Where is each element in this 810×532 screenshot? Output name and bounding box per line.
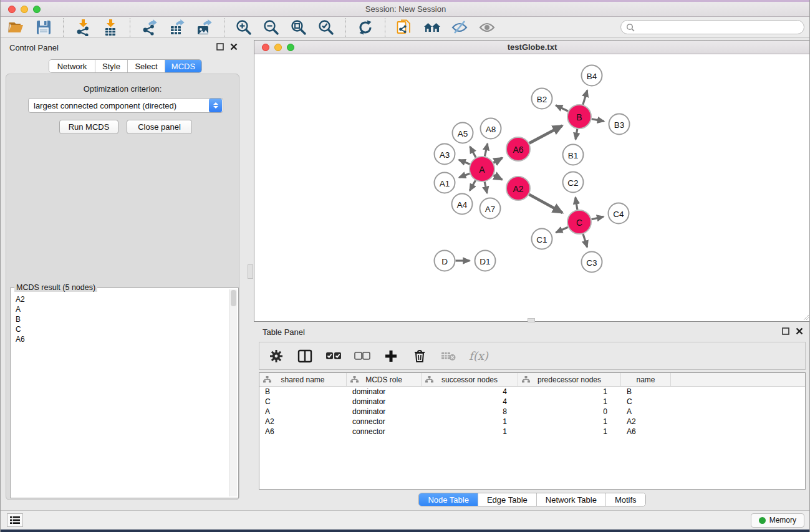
- criterion-dropdown[interactable]: largest connected component (directed): [28, 98, 223, 113]
- import-table-icon[interactable]: [101, 18, 120, 37]
- table-settings-gear-icon[interactable]: [268, 348, 284, 364]
- zoom-out-icon[interactable]: [262, 18, 281, 37]
- tab-select[interactable]: Select: [128, 60, 165, 72]
- edge-C-C3[interactable]: [583, 234, 587, 247]
- table-panel-title: Table Panel: [263, 327, 305, 337]
- column-header-predecessor-nodes[interactable]: predecessor nodes: [518, 373, 621, 386]
- search-input[interactable]: [638, 23, 799, 32]
- node-label-A7: A7: [485, 205, 496, 214]
- edge-B-B2[interactable]: [556, 105, 568, 112]
- import-network-icon[interactable]: [74, 18, 92, 37]
- edge-A-A8[interactable]: [485, 143, 487, 156]
- column-header-mcds-role[interactable]: MCDS role: [347, 373, 422, 386]
- save-session-icon[interactable]: [34, 18, 53, 37]
- main-toolbar: [1, 17, 810, 38]
- list-item[interactable]: A2: [16, 294, 25, 304]
- shared-column-icon: [522, 376, 530, 383]
- zoom-in-icon[interactable]: [234, 18, 253, 37]
- float-table-panel-icon[interactable]: [782, 327, 789, 335]
- result-scrollbar[interactable]: [229, 289, 237, 496]
- column-header-name[interactable]: name: [621, 373, 671, 386]
- edge-A-A2[interactable]: [494, 175, 503, 180]
- tab-motifs[interactable]: Motifs: [606, 493, 645, 506]
- edge-A-A6[interactable]: [493, 158, 502, 163]
- edge-C-C1[interactable]: [556, 227, 568, 233]
- edge-A-A7[interactable]: [485, 182, 487, 193]
- zoom-selected-icon[interactable]: [317, 18, 335, 37]
- first-neighbors-icon[interactable]: [423, 18, 441, 37]
- vertical-split-grabber[interactable]: [248, 264, 253, 279]
- criterion-value: largest connected component (directed): [29, 101, 209, 110]
- select-all-columns-icon[interactable]: [325, 348, 342, 364]
- node-label-B3: B3: [614, 120, 625, 130]
- resize-grip-icon[interactable]: [802, 313, 809, 321]
- main-titlebar: Session: New Session: [1, 2, 810, 17]
- task-history-button[interactable]: [7, 513, 23, 527]
- tab-network[interactable]: Network: [49, 60, 95, 72]
- show-column-panel-icon[interactable]: [297, 348, 313, 364]
- table-panel-header: Table Panel: [254, 323, 810, 341]
- node-label-B: B: [576, 112, 582, 122]
- open-session-icon[interactable]: [7, 18, 26, 37]
- run-mcds-button[interactable]: Run MCDS: [59, 120, 118, 134]
- list-item[interactable]: B: [16, 314, 25, 324]
- memory-status-icon: [759, 517, 766, 524]
- table-row[interactable]: A2connector 11 A2: [259, 417, 805, 427]
- network-window-titlebar[interactable]: testGlobe.txt: [254, 41, 810, 54]
- edge-B-B1[interactable]: [576, 129, 577, 140]
- column-header-successor-nodes[interactable]: successor nodes: [422, 373, 518, 386]
- tab-network-table[interactable]: Network Table: [537, 493, 606, 506]
- application-window: Session: New Session: [0, 0, 810, 532]
- shared-column-icon: [350, 376, 359, 383]
- list-item[interactable]: C: [16, 324, 25, 334]
- tab-edge-table[interactable]: Edge Table: [478, 493, 537, 506]
- mcds-panel: Optimization criterion: largest connecte…: [6, 74, 239, 500]
- new-network-from-selection-icon[interactable]: [395, 18, 414, 37]
- table-row[interactable]: Adominator 80 A: [259, 407, 805, 417]
- float-panel-icon[interactable]: [216, 43, 224, 51]
- edge-A-A3[interactable]: [459, 160, 470, 164]
- close-table-panel-icon[interactable]: [796, 327, 803, 335]
- edge-A-A4[interactable]: [470, 180, 475, 190]
- node-label-A2: A2: [513, 184, 523, 194]
- export-network-icon[interactable]: [140, 18, 159, 37]
- close-panel-icon[interactable]: [230, 43, 238, 51]
- hide-selected-icon[interactable]: [450, 18, 469, 37]
- edge-A2-C[interactable]: [529, 195, 562, 213]
- list-item[interactable]: A6: [16, 334, 25, 344]
- network-canvas[interactable]: AA1A2A3A4A5A6A7A8BB1B2B3B4CC1C2C3C4DD1: [254, 55, 810, 321]
- horizontal-split-grabber[interactable]: [528, 318, 535, 322]
- memory-button[interactable]: Memory: [751, 513, 804, 528]
- edge-B-B3[interactable]: [592, 119, 604, 122]
- toolbar-separator: [130, 18, 130, 37]
- deselect-all-columns-icon[interactable]: [354, 348, 370, 364]
- edge-A-A1[interactable]: [459, 173, 470, 177]
- search-box[interactable]: [620, 20, 804, 34]
- node-label-C3: C3: [586, 258, 597, 268]
- node-label-C4: C4: [613, 210, 624, 219]
- tab-style[interactable]: Style: [95, 60, 128, 72]
- tab-node-table[interactable]: Node Table: [419, 493, 478, 506]
- create-column-icon[interactable]: [383, 348, 399, 364]
- zoom-fit-icon[interactable]: [289, 18, 308, 37]
- table-row[interactable]: Cdominator 41 C: [259, 397, 805, 407]
- edge-C-C4[interactable]: [592, 216, 604, 219]
- node-label-B2: B2: [537, 95, 547, 104]
- status-bar: Memory: [1, 510, 810, 530]
- delete-column-icon[interactable]: [412, 348, 428, 364]
- export-image-icon[interactable]: [195, 18, 214, 37]
- node-label-C: C: [576, 218, 582, 228]
- column-header-shared-name[interactable]: shared name: [259, 373, 347, 386]
- close-panel-button[interactable]: Close panel: [127, 120, 192, 134]
- show-all-icon[interactable]: [478, 18, 496, 37]
- table-row[interactable]: A6connector 11 A6: [259, 427, 805, 437]
- list-item[interactable]: A: [16, 304, 25, 314]
- refresh-layout-icon[interactable]: [356, 18, 375, 37]
- tab-mcds[interactable]: MCDS: [165, 60, 201, 72]
- edge-A-A5[interactable]: [470, 147, 476, 158]
- edge-B-B4[interactable]: [583, 90, 587, 105]
- edge-C-C2[interactable]: [576, 198, 577, 210]
- edge-A6-B[interactable]: [529, 126, 562, 143]
- export-table-icon[interactable]: [168, 18, 186, 37]
- table-row[interactable]: Bdominator 41 B: [259, 387, 805, 397]
